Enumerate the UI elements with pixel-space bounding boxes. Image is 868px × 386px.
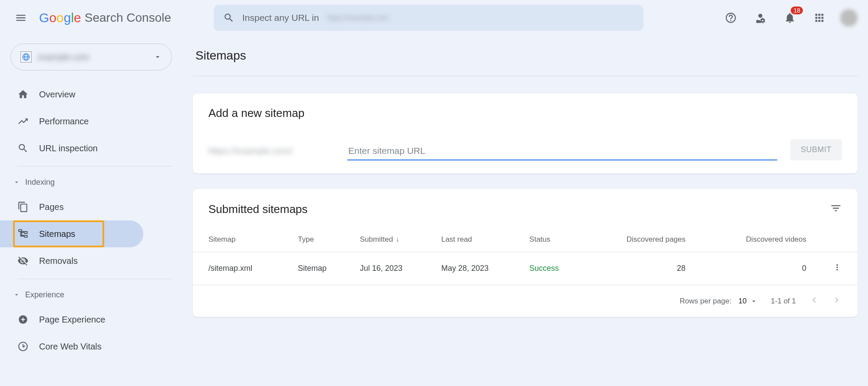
cell-discovered-videos: 0 xyxy=(712,252,832,285)
property-selector[interactable]: example.com xyxy=(10,43,172,70)
row-actions-button[interactable] xyxy=(832,252,858,285)
col-status[interactable]: Status xyxy=(529,227,592,252)
prev-page-button[interactable] xyxy=(809,295,819,307)
caret-down-icon xyxy=(13,291,20,298)
apps-grid-icon xyxy=(813,12,825,24)
sidebar-section-indexing[interactable]: Indexing xyxy=(0,171,182,193)
filter-icon xyxy=(830,202,842,214)
google-logo-text: Google xyxy=(39,10,81,25)
search-icon xyxy=(223,12,234,23)
notifications-button[interactable]: 18 xyxy=(781,9,799,27)
sidebar-item-label: Sitemaps xyxy=(39,229,75,239)
cell-submitted: Jul 16, 2023 xyxy=(360,252,442,285)
sitemap-url-prefix-blurred: https://example.com/ xyxy=(208,146,347,160)
sitemap-url-input[interactable] xyxy=(347,142,777,160)
sidebar-item-sitemaps[interactable]: Sitemaps xyxy=(0,220,143,247)
url-inspection-search[interactable]: Inspect any URL in https://example.com xyxy=(214,5,644,31)
caret-down-icon xyxy=(153,53,162,61)
col-last-read[interactable]: Last read xyxy=(441,227,529,252)
submitted-sitemaps-title: Submitted sitemaps xyxy=(208,203,307,216)
help-icon xyxy=(725,12,737,24)
submitted-sitemaps-card: Submitted sitemaps Sitemap Type Submitte… xyxy=(193,189,858,317)
circle-plus-icon xyxy=(17,314,29,325)
table-row[interactable]: /sitemap.xml Sitemap Jul 16, 2023 May 28… xyxy=(193,252,858,285)
section-label: Indexing xyxy=(25,178,55,187)
sidebar-item-overview[interactable]: Overview xyxy=(0,81,143,108)
sidebar-item-label: Pages xyxy=(39,202,64,212)
account-avatar[interactable] xyxy=(840,9,858,27)
person-gear-icon xyxy=(754,12,766,24)
property-name-blurred: example.com xyxy=(38,52,147,62)
search-icon xyxy=(17,143,29,154)
search-domain-blurred: https://example.com xyxy=(327,14,389,22)
chevron-left-icon xyxy=(809,295,819,305)
pagination-range: 1-1 of 1 xyxy=(771,297,796,306)
app-header: Google Search Console Inspect any URL in… xyxy=(0,0,868,36)
sidebar-divider xyxy=(17,166,172,166)
sort-down-icon: ↓ xyxy=(396,235,399,244)
cell-type: Sitemap xyxy=(298,252,360,285)
apps-button[interactable] xyxy=(811,9,828,27)
sidebar-section-experience[interactable]: Experience xyxy=(0,283,182,306)
home-icon xyxy=(17,89,29,100)
caret-down-icon xyxy=(13,179,20,186)
sidebar-item-label: URL inspection xyxy=(39,143,98,153)
cell-last-read: May 28, 2023 xyxy=(441,252,529,285)
rows-per-page-select[interactable]: 10 xyxy=(738,297,758,306)
sitemap-icon xyxy=(17,228,29,240)
main-content: Sitemaps Add a new sitemap https://examp… xyxy=(182,36,868,386)
hamburger-menu-button[interactable] xyxy=(10,7,31,28)
page-title: Sitemaps xyxy=(193,44,858,76)
sidebar-item-label: Performance xyxy=(39,116,89,126)
sidebar-item-core-web-vitals[interactable]: Core Web Vitals xyxy=(0,333,143,360)
section-label: Experience xyxy=(25,290,64,299)
submit-sitemap-button[interactable]: SUBMIT xyxy=(790,139,842,160)
sidebar-item-performance[interactable]: Performance xyxy=(0,108,143,135)
globe-icon xyxy=(20,51,32,63)
pages-icon xyxy=(17,201,29,213)
sidebar-item-label: Overview xyxy=(39,90,75,100)
sidebar-item-label: Removals xyxy=(39,256,78,266)
sidebar-item-pages[interactable]: Pages xyxy=(0,193,143,220)
sidebar-divider xyxy=(17,279,172,279)
sidebar-item-url-inspection[interactable]: URL inspection xyxy=(0,135,143,162)
search-prefix: Inspect any URL in xyxy=(242,13,319,23)
chevron-right-icon xyxy=(832,295,842,305)
manage-users-button[interactable] xyxy=(752,9,769,27)
sitemaps-table: Sitemap Type Submitted↓ Last read Status… xyxy=(193,227,858,285)
col-sitemap[interactable]: Sitemap xyxy=(193,227,298,252)
sidebar-item-label: Page Experience xyxy=(39,315,105,325)
col-submitted[interactable]: Submitted↓ xyxy=(360,227,442,252)
sidebar-item-page-experience[interactable]: Page Experience xyxy=(0,306,143,333)
rows-per-page-label: Rows per page: xyxy=(680,297,731,306)
col-discovered-pages[interactable]: Discovered pages xyxy=(593,227,712,252)
help-button[interactable] xyxy=(722,9,739,27)
product-name: Search Console xyxy=(85,11,171,25)
more-vert-icon xyxy=(832,263,842,272)
sidebar-item-removals[interactable]: Removals xyxy=(0,247,143,274)
notifications-badge: 18 xyxy=(791,7,803,14)
add-sitemap-title: Add a new sitemap xyxy=(208,106,842,120)
trending-icon xyxy=(17,116,29,127)
add-sitemap-card: Add a new sitemap https://example.com/ S… xyxy=(193,93,858,173)
cell-sitemap: /sitemap.xml xyxy=(193,252,298,285)
table-pagination: Rows per page: 10 1-1 of 1 xyxy=(193,285,858,317)
speed-icon xyxy=(17,341,29,352)
visibility-off-icon xyxy=(17,255,29,266)
product-logo[interactable]: Google Search Console xyxy=(39,10,171,25)
filter-button[interactable] xyxy=(830,202,842,216)
menu-icon xyxy=(15,12,27,24)
cell-discovered-pages: 28 xyxy=(593,252,712,285)
next-page-button[interactable] xyxy=(832,295,842,307)
col-type[interactable]: Type xyxy=(298,227,360,252)
caret-down-icon xyxy=(750,297,758,305)
col-discovered-videos[interactable]: Discovered videos xyxy=(712,227,832,252)
cell-status: Success xyxy=(529,252,592,285)
sidebar: example.com Overview Performance URL ins… xyxy=(0,36,182,386)
sidebar-item-label: Core Web Vitals xyxy=(39,342,102,352)
